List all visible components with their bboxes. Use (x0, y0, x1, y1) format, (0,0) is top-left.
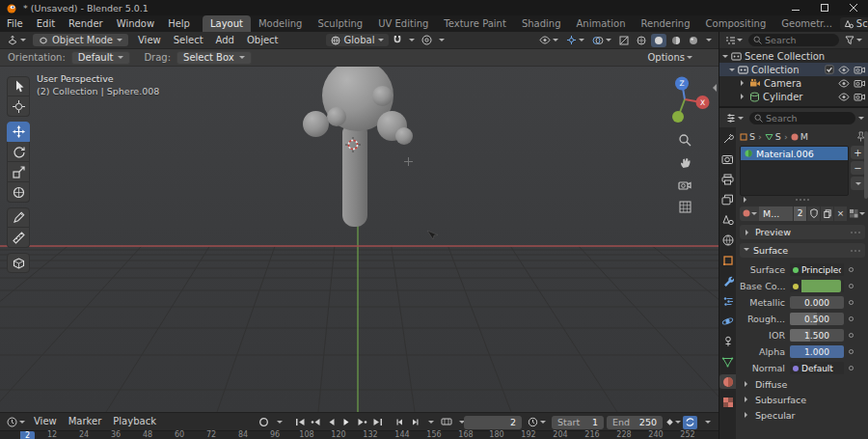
menu-object[interactable]: Object (241, 32, 285, 49)
alpha-slider[interactable]: 1.000 (790, 345, 844, 358)
next-frame-button[interactable] (408, 415, 422, 428)
outliner-row-cylinder[interactable]: Cylinder (719, 90, 868, 103)
metallic-slider[interactable]: 0.000 (790, 296, 844, 309)
tab-render[interactable] (719, 151, 736, 166)
shading-material-preview[interactable] (668, 34, 684, 47)
gizmos-dropdown[interactable] (563, 33, 587, 47)
roughness-slider[interactable]: 0.500 (790, 313, 844, 325)
diffuse-subpanel[interactable]: Diffuse (740, 376, 865, 392)
playhead[interactable]: 2 (20, 431, 35, 439)
properties-scrollbar[interactable] (864, 131, 868, 199)
jump-to-end-button[interactable] (370, 415, 385, 428)
current-frame-field[interactable]: 2 (464, 416, 522, 429)
surface-shader-dropdown[interactable]: Principled... (790, 263, 844, 276)
eye-icon[interactable] (838, 93, 850, 101)
sidebar-collapse-arrow[interactable] (709, 84, 717, 92)
keying-popover[interactable] (665, 416, 680, 429)
menu-view[interactable]: View (132, 32, 167, 49)
options-dropdown[interactable]: Options (644, 50, 695, 65)
surface-panel-header[interactable]: Surface (740, 243, 865, 258)
tool-scale[interactable] (7, 162, 30, 182)
keyframe-dot[interactable] (849, 366, 854, 370)
tab-texture[interactable] (719, 395, 736, 409)
tab-geometry-nodes[interactable]: Geometr... (773, 15, 840, 32)
tab-uv-editing[interactable]: UV Editing (370, 15, 436, 32)
eye-icon[interactable] (838, 66, 850, 74)
xray-toggle[interactable] (616, 34, 632, 47)
frame-end-field[interactable]: End 250 (607, 416, 663, 429)
menu-render[interactable]: Render (62, 15, 110, 32)
timeline-editor-type-button[interactable] (4, 415, 28, 429)
shading-solid[interactable] (651, 34, 666, 47)
material-slot-list[interactable]: Material.006 (740, 146, 849, 196)
remove-slot-button[interactable]: − (851, 161, 865, 175)
tab-constraints[interactable] (719, 334, 736, 348)
next-keyframe-button[interactable] (355, 415, 369, 428)
menu-window[interactable]: Window (110, 15, 161, 32)
timeline-menu-marker[interactable]: Marker (63, 413, 108, 430)
proportional-editing-toggle[interactable] (419, 33, 435, 47)
prev-keyframe-button[interactable] (309, 415, 323, 428)
eye-icon[interactable] (838, 79, 850, 88)
menu-file[interactable]: File (0, 15, 30, 32)
breadcrumb-object[interactable]: S (740, 131, 755, 142)
perspective-toggle-button[interactable] (676, 198, 693, 215)
mode-selector[interactable]: Object Mode (33, 34, 128, 46)
tab-physics[interactable] (719, 314, 736, 328)
tab-compositing[interactable]: Compositing (698, 15, 774, 32)
use-preview-range-button[interactable] (525, 415, 549, 429)
playback-sync-dropdown[interactable] (700, 416, 715, 429)
menu-help[interactable]: Help (161, 15, 197, 32)
orientation-dropdown[interactable]: Default (71, 51, 131, 65)
subsurface-subpanel[interactable]: Subsurface (740, 392, 865, 407)
material-specials-button[interactable] (850, 209, 865, 218)
tool-select-box[interactable] (7, 76, 30, 96)
tab-sculpting[interactable]: Sculpting (310, 15, 370, 32)
base-color-widget[interactable] (790, 280, 844, 292)
tab-particles[interactable] (719, 293, 736, 308)
timeline-ruler[interactable]: 2 12 24 36 48 60 72 84 96 108 120 132 14… (0, 430, 719, 439)
tab-material[interactable] (719, 374, 736, 389)
viewport-3d[interactable]: User Perspective (2) Collection | Sphere… (0, 67, 719, 412)
tool-cursor[interactable] (7, 96, 30, 117)
prev-frame-button[interactable] (393, 415, 407, 428)
filter-dropdown-icon[interactable] (858, 117, 864, 123)
outliner-filter-button[interactable] (842, 34, 865, 47)
transform-orientation-selector[interactable]: Global (326, 34, 390, 46)
base-color-swatch[interactable] (801, 280, 841, 292)
outliner-row-scene-collection[interactable]: Scene Collection (719, 49, 868, 63)
tab-world[interactable] (719, 233, 736, 247)
keyframe-dot[interactable] (849, 349, 854, 354)
tool-measure[interactable] (7, 228, 30, 248)
snap-settings[interactable] (406, 34, 418, 46)
auto-keying-toggle[interactable] (257, 415, 271, 428)
breadcrumb-data[interactable]: S (765, 131, 781, 142)
preview-panel-header[interactable]: Preview (740, 225, 865, 239)
tab-rendering[interactable]: Rendering (633, 15, 697, 32)
tab-tool[interactable] (719, 131, 736, 146)
snap-toggle[interactable] (390, 33, 405, 47)
checkbox-icon[interactable] (825, 65, 834, 74)
outliner-row-collection[interactable]: Collection (719, 63, 868, 76)
outliner-row-camera[interactable]: Camera (719, 76, 868, 90)
timeline-menu-view[interactable]: View (28, 413, 63, 430)
properties-editor-type-button[interactable] (723, 111, 746, 125)
editor-type-button[interactable] (4, 33, 29, 47)
tool-move[interactable] (7, 122, 30, 142)
mesh-sphere-small-1[interactable] (303, 111, 329, 137)
unlink-material-button[interactable]: × (833, 206, 847, 221)
slot-specials-button[interactable] (851, 177, 865, 190)
material-users-button[interactable]: 2 (793, 206, 806, 221)
tab-object[interactable] (719, 253, 736, 267)
play-button[interactable] (339, 415, 354, 428)
keyframe-dot[interactable] (849, 333, 854, 338)
tab-shading[interactable]: Shading (514, 15, 569, 32)
camera-visibility-icon[interactable] (854, 93, 865, 101)
tab-layout[interactable]: Layout (203, 15, 251, 32)
proportional-falloff[interactable] (436, 34, 448, 46)
material-slot-active[interactable]: Material.006 (741, 147, 848, 160)
mesh-sphere-small-3[interactable] (372, 86, 393, 106)
tab-view-layer[interactable] (719, 192, 736, 206)
tab-texture-paint[interactable]: Texture Paint (436, 15, 514, 32)
preview-range-toggle[interactable] (439, 415, 453, 428)
